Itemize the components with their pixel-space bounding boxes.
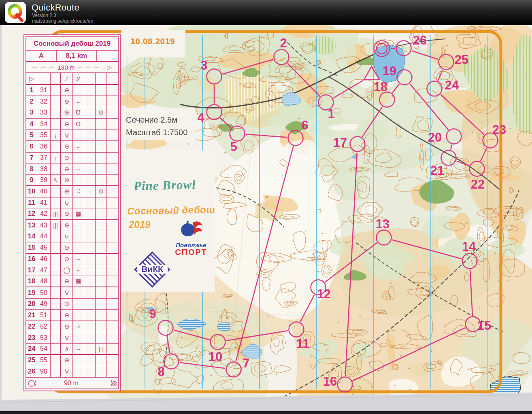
control-number: 4 xyxy=(26,119,37,129)
description-symbol: ℧ xyxy=(73,119,84,129)
control-number-label: 20 xyxy=(428,130,442,144)
description-symbol xyxy=(96,175,107,185)
description-symbol xyxy=(73,310,84,320)
start-symbol-cell xyxy=(51,73,62,84)
control-number: 9 xyxy=(26,175,37,185)
event-title: Сосновый дебош 2019 xyxy=(26,37,118,51)
control-code: 44 xyxy=(37,231,51,242)
control-number-label: 19 xyxy=(383,64,396,78)
description-symbol: ◯ xyxy=(61,265,72,276)
control-number: 25 xyxy=(26,355,37,365)
contour-interval-label: Сечение 2,5м xyxy=(126,115,177,125)
description-symbol: ⊖ xyxy=(61,96,72,106)
course-climb: 130 m xyxy=(58,64,75,71)
control-row: 1545⊖ xyxy=(26,242,118,254)
description-symbol xyxy=(51,321,62,332)
description-symbol: ⊖ xyxy=(61,355,72,365)
description-symbol xyxy=(73,366,84,377)
description-symbol xyxy=(107,208,118,219)
control-number-label: 3 xyxy=(200,58,207,72)
control-row: 636⊖⌣ xyxy=(26,141,118,152)
club-logo: ВиКК xyxy=(134,251,171,290)
description-symbol xyxy=(107,355,118,365)
control-number-label: 15 xyxy=(477,318,491,333)
control-code: 45 xyxy=(37,242,51,253)
control-number-label: 5 xyxy=(230,140,237,154)
description-symbol: ||| xyxy=(51,208,62,219)
description-symbol xyxy=(107,265,118,276)
app-url: matstroeng.se/quickroute/en xyxy=(32,18,93,24)
club-logo-icon: ВиКК xyxy=(134,251,171,288)
start-symbol-cell xyxy=(107,73,118,84)
control-row: 232⊖⌣ xyxy=(26,96,118,107)
control-row: 1040⊖⁙⊙ xyxy=(26,186,118,197)
control-code: 47 xyxy=(37,265,51,276)
description-symbol: ∪ xyxy=(61,197,72,208)
description-symbol xyxy=(51,276,62,287)
description-symbol xyxy=(96,96,107,106)
control-row: 939↖⊖ xyxy=(26,175,118,186)
description-symbol: ⊖ xyxy=(61,163,72,174)
description-symbol xyxy=(107,85,118,96)
control-number: 16 xyxy=(26,254,37,264)
control-row: 333⊖℧⊙ xyxy=(26,107,118,119)
description-symbol: ⊖ xyxy=(61,153,72,163)
control-number: 5 xyxy=(26,130,37,140)
description-symbol: ⊖ xyxy=(61,208,72,219)
description-symbol: V xyxy=(61,130,72,140)
control-row: 2690V xyxy=(26,366,118,377)
start-symbol-cell xyxy=(96,73,107,84)
description-symbol: ⊖ xyxy=(61,276,72,287)
description-symbol xyxy=(96,332,107,343)
control-number-label: 2 xyxy=(280,36,287,50)
description-symbol xyxy=(107,119,118,129)
quickroute-window: { "header": { "app_name": "QuickRoute", … xyxy=(0,0,532,414)
control-number-label: 25 xyxy=(455,53,468,67)
control-number-label: 8 xyxy=(157,365,164,379)
control-number-label: 12 xyxy=(317,287,331,301)
control-number: 19 xyxy=(26,287,37,298)
control-number: 23 xyxy=(26,332,37,343)
control-number: 21 xyxy=(26,310,37,320)
control-number-label: 23 xyxy=(492,123,506,137)
control-number-label: 9 xyxy=(149,307,156,321)
description-symbol xyxy=(73,220,84,231)
description-symbol xyxy=(51,254,62,264)
control-code: 43 xyxy=(37,220,51,231)
description-symbol xyxy=(84,220,96,231)
description-symbol xyxy=(84,153,96,163)
description-symbol xyxy=(51,186,62,197)
description-symbol: ∪ xyxy=(61,231,72,242)
description-symbol xyxy=(73,197,84,208)
control-code: 48 xyxy=(37,276,51,287)
taped-route-icon: ◯⟨ xyxy=(26,379,43,387)
description-symbol xyxy=(107,186,118,197)
control-code: 41 xyxy=(37,197,51,208)
description-symbol xyxy=(96,141,107,151)
description-symbol xyxy=(51,242,62,253)
control-number: 13 xyxy=(26,220,37,231)
control-number: 18 xyxy=(26,276,37,287)
control-number: 2 xyxy=(26,96,37,106)
control-code: 38 xyxy=(37,163,51,174)
description-symbol xyxy=(107,332,118,343)
control-number-label: 4 xyxy=(197,110,204,125)
description-symbol xyxy=(51,344,62,354)
control-number: 10 xyxy=(26,186,37,197)
description-symbol xyxy=(96,242,107,253)
course-length: 8,1 km xyxy=(57,51,97,61)
description-symbol xyxy=(51,163,62,174)
description-symbol xyxy=(51,265,62,276)
description-symbol xyxy=(96,299,107,309)
description-symbol xyxy=(84,208,96,219)
control-row: 2151⊖ xyxy=(26,310,118,321)
description-symbol: ⌢ xyxy=(73,265,84,276)
description-symbol xyxy=(96,208,107,219)
description-symbol xyxy=(84,344,96,354)
control-description-card: Сосновый дебош 2019 A 8,1 km — — — 130 m… xyxy=(23,34,121,391)
description-symbol xyxy=(51,197,62,208)
description-symbol xyxy=(96,220,107,231)
description-symbol xyxy=(84,332,96,343)
finish-distance: 90 m xyxy=(43,380,100,387)
description-symbol xyxy=(107,163,118,174)
